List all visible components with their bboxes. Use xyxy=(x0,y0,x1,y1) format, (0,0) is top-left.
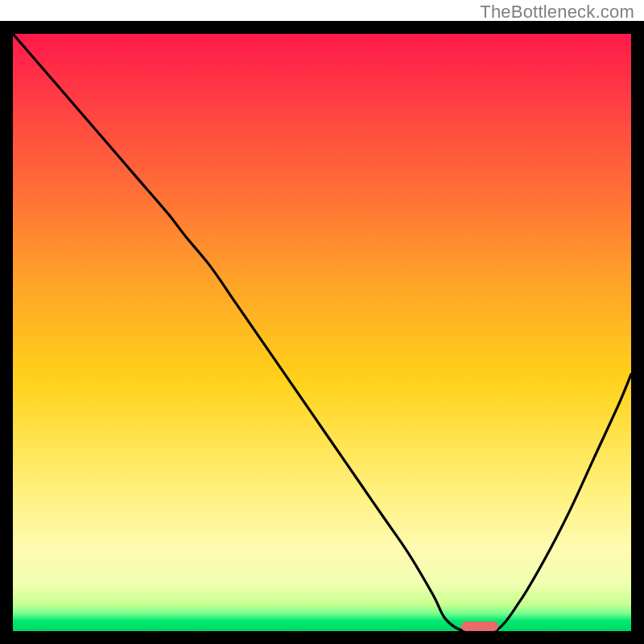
watermark-text: TheBottleneck.com xyxy=(480,2,634,23)
chart-frame xyxy=(0,21,644,644)
optimal-marker xyxy=(461,621,498,631)
chart-plot-area xyxy=(13,34,631,631)
bottleneck-curve xyxy=(13,34,631,631)
